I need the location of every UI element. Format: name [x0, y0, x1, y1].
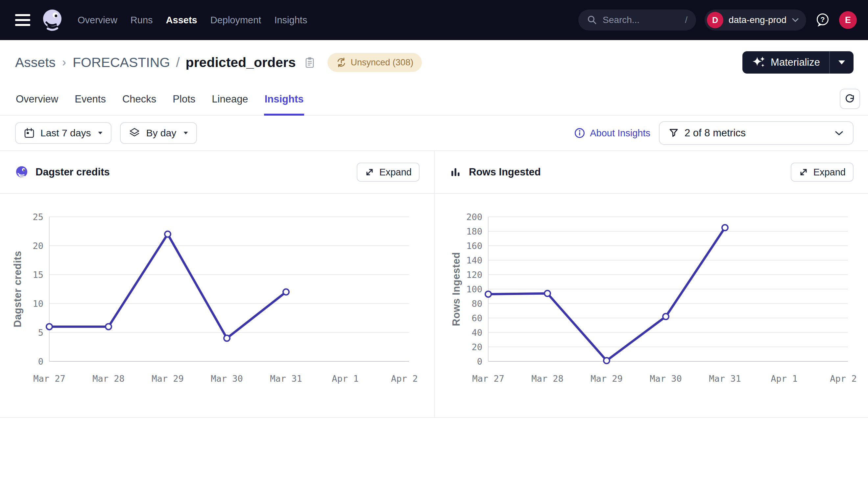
svg-text:Apr 2: Apr 2	[830, 374, 856, 384]
status-badge-label: Unsynced (308)	[351, 57, 413, 68]
chart-title-group: Rows Ingested	[450, 166, 541, 178]
svg-text:Mar 30: Mar 30	[211, 374, 243, 384]
svg-text:200: 200	[466, 212, 482, 222]
metrics-select[interactable]: 2 of 8 metrics	[659, 121, 854, 145]
tab-events[interactable]: Events	[74, 93, 106, 115]
svg-text:Mar 27: Mar 27	[33, 374, 65, 384]
chart-panel-rows-ingested: Rows Ingested Expand 0204060801001201401…	[434, 151, 868, 417]
svg-text:15: 15	[33, 270, 43, 280]
nav-item-insights[interactable]: Insights	[274, 15, 307, 26]
nav-item-assets[interactable]: Assets	[166, 15, 197, 26]
svg-text:Mar 31: Mar 31	[270, 374, 302, 384]
tab-overview[interactable]: Overview	[15, 93, 59, 115]
svg-text:25: 25	[33, 212, 43, 222]
svg-text:Mar 28: Mar 28	[92, 374, 125, 384]
breadcrumb: Assets › FORECASTING / predicted_orders	[15, 53, 422, 72]
expand-button[interactable]: Expand	[791, 162, 854, 182]
svg-text:80: 80	[472, 299, 482, 309]
search-input[interactable]	[603, 15, 680, 25]
sparkles-icon	[752, 56, 765, 69]
breadcrumb-chevron: ›	[62, 55, 67, 69]
chevron-down-icon	[792, 18, 799, 22]
calendar-icon	[24, 128, 35, 139]
clipboard-icon	[304, 56, 316, 69]
svg-text:0: 0	[477, 356, 482, 367]
page-title: predicted_orders	[186, 55, 296, 70]
refresh-icon	[844, 93, 856, 105]
svg-text:160: 160	[466, 241, 482, 251]
dagster-logo-icon[interactable]	[40, 8, 64, 32]
search-icon	[587, 15, 597, 25]
caret-down-icon	[98, 132, 103, 134]
chart-panel-header: Dagster credits Expand	[0, 151, 434, 194]
nav-item-runs[interactable]: Runs	[130, 15, 153, 26]
chart-panel-header: Rows Ingested Expand	[435, 151, 868, 194]
svg-text:140: 140	[466, 255, 482, 265]
breadcrumb-group-link[interactable]: FORECASTING	[73, 55, 170, 70]
svg-text:180: 180	[466, 226, 482, 237]
dagster-credits-icon	[15, 166, 28, 179]
copy-asset-name-button[interactable]	[304, 56, 316, 69]
hamburger-menu-icon[interactable]	[15, 14, 30, 26]
refresh-button[interactable]	[840, 89, 860, 109]
chart-title: Dagster credits	[36, 166, 110, 178]
sync-alert-icon	[336, 57, 346, 68]
svg-text:Mar 27: Mar 27	[472, 374, 505, 384]
chart-panel-dagster-credits: Dagster credits Expand 0510152025Mar 27M…	[0, 151, 434, 417]
materialize-button[interactable]: Materialize	[742, 51, 829, 74]
svg-text:Mar 31: Mar 31	[709, 374, 741, 384]
dagster-credits-line-chart: 0510152025Mar 27Mar 28Mar 29Mar 30Mar 31…	[0, 194, 434, 417]
expand-label: Expand	[814, 167, 846, 178]
breadcrumb-assets-link[interactable]: Assets	[15, 55, 55, 70]
org-name: data-eng-prod	[729, 15, 787, 25]
tab-plots[interactable]: Plots	[172, 93, 196, 115]
expand-icon	[799, 167, 808, 177]
svg-text:60: 60	[472, 313, 482, 323]
tab-insights[interactable]: Insights	[264, 93, 305, 115]
materialize-split-button: Materialize	[742, 51, 854, 74]
granularity-filter[interactable]: By day	[120, 122, 197, 144]
primary-nav: Overview Runs Assets Deployment Insights	[78, 15, 307, 26]
svg-text:0: 0	[38, 356, 43, 367]
help-icon: ?	[815, 12, 830, 28]
nav-item-overview[interactable]: Overview	[78, 15, 117, 26]
bar-chart-icon	[450, 166, 462, 178]
expand-icon	[365, 167, 374, 177]
global-search[interactable]: /	[578, 10, 696, 30]
svg-text:Mar 28: Mar 28	[531, 374, 563, 384]
svg-text:Apr 1: Apr 1	[332, 374, 358, 384]
org-avatar: D	[707, 12, 723, 28]
help-button[interactable]: ?	[815, 12, 830, 28]
svg-text:40: 40	[472, 328, 482, 338]
svg-text:20: 20	[472, 342, 482, 352]
filter-funnel-icon	[669, 128, 679, 138]
svg-text:120: 120	[466, 270, 482, 280]
status-badge[interactable]: Unsynced (308)	[328, 53, 422, 72]
svg-text:10: 10	[33, 299, 43, 309]
tab-lineage[interactable]: Lineage	[211, 93, 248, 115]
expand-button[interactable]: Expand	[357, 162, 420, 182]
chart-title: Rows Ingested	[469, 166, 541, 178]
about-insights-link[interactable]: About Insights	[574, 128, 650, 139]
svg-text:Rows Ingested: Rows Ingested	[450, 252, 462, 326]
materialize-label: Materialize	[771, 56, 820, 68]
tab-checks[interactable]: Checks	[122, 93, 157, 115]
search-shortcut-hint: /	[685, 15, 688, 25]
svg-text:Mar 30: Mar 30	[650, 374, 682, 384]
nav-item-deployment[interactable]: Deployment	[210, 15, 261, 26]
chart-title-group: Dagster credits	[15, 166, 110, 179]
svg-text:Mar 29: Mar 29	[590, 374, 623, 384]
top-nav: Overview Runs Assets Deployment Insights…	[0, 0, 868, 40]
org-switcher[interactable]: D data-eng-prod	[705, 10, 806, 30]
svg-text:?: ?	[820, 15, 825, 24]
materialize-dropdown-button[interactable]	[830, 51, 854, 74]
chevron-down-icon	[834, 130, 844, 136]
svg-text:20: 20	[33, 241, 43, 251]
user-avatar[interactable]: E	[839, 11, 857, 29]
layers-icon	[129, 127, 140, 139]
rows-ingested-line-chart: 020406080100120140160180200Mar 27Mar 28M…	[435, 194, 868, 417]
time-range-filter[interactable]: Last 7 days	[15, 122, 112, 144]
svg-text:100: 100	[466, 284, 482, 294]
caret-down-icon	[839, 61, 845, 64]
metrics-select-value: 2 of 8 metrics	[685, 127, 746, 139]
